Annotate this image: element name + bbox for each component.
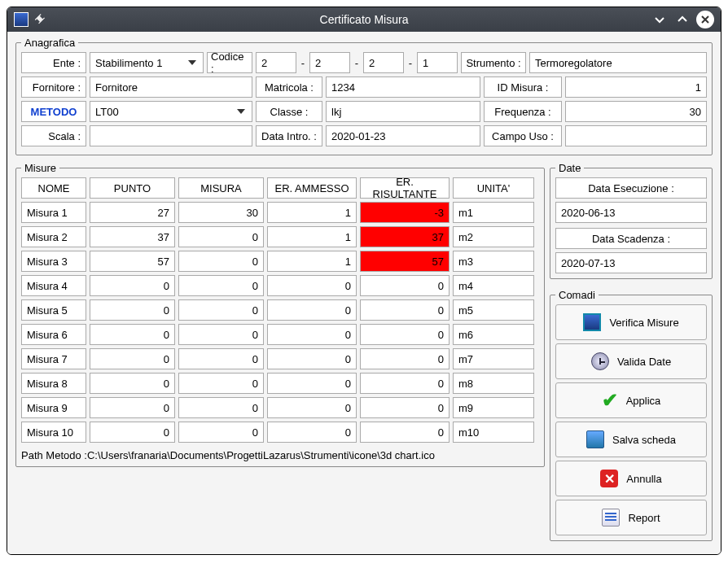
cell-unita[interactable]: m4 — [453, 275, 534, 296]
cancel-icon: ✕ — [600, 470, 618, 487]
cell-er-risultante[interactable]: 0 — [360, 275, 450, 296]
label-scala: Scala : — [21, 125, 86, 146]
cell-unita[interactable]: m2 — [453, 226, 534, 247]
cell-unita[interactable]: m10 — [453, 422, 534, 443]
salva-scheda-button[interactable]: Salva scheda — [555, 422, 707, 457]
cell-unita[interactable]: m5 — [453, 299, 534, 321]
cell-er-ammesso[interactable]: 0 — [267, 422, 357, 443]
cell-misura[interactable]: 0 — [178, 226, 264, 247]
cell-er-risultante[interactable]: 0 — [360, 422, 450, 443]
select-metodo[interactable]: LT00 — [90, 101, 252, 122]
cell-er-ammesso[interactable]: 1 — [267, 226, 357, 247]
table-row: Misura 40000m4 — [21, 275, 539, 296]
cell-unita[interactable]: m8 — [453, 373, 534, 394]
pin-icon[interactable] — [33, 14, 45, 25]
label-data-scadenza: Data Scadenza : — [555, 228, 707, 249]
select-ente[interactable]: Stabilimento 1 — [90, 52, 204, 73]
input-scala[interactable] — [90, 125, 252, 146]
cell-nome: Misura 10 — [21, 422, 86, 443]
cell-punto[interactable]: 0 — [90, 397, 175, 418]
codice-1[interactable]: 2 — [309, 52, 350, 73]
cell-nome: Misura 1 — [21, 202, 86, 223]
cell-misura[interactable]: 0 — [178, 422, 264, 443]
cell-er-ammesso[interactable]: 0 — [267, 299, 357, 321]
cell-unita[interactable]: m6 — [453, 324, 534, 345]
cell-misura[interactable]: 0 — [178, 348, 264, 369]
path-metodo: Path Metodo :C:\Users\franaria\Documents… — [21, 446, 539, 465]
cell-misura[interactable]: 0 — [178, 299, 264, 321]
cell-misura[interactable]: 0 — [178, 275, 264, 296]
cell-nome: Misura 3 — [21, 251, 86, 272]
codice-3[interactable]: 1 — [417, 52, 458, 73]
misure-group: Misure NOME PUNTO MISURA ER. AMMESSO ER.… — [15, 162, 545, 467]
report-button[interactable]: Report — [555, 500, 707, 535]
cell-misura[interactable]: 0 — [178, 397, 264, 418]
cell-er-ammesso[interactable]: 0 — [267, 275, 357, 296]
maximize-button[interactable] — [673, 11, 691, 28]
cell-er-risultante[interactable]: -3 — [360, 202, 450, 223]
input-data-scadenza[interactable]: 2020-07-13 — [555, 252, 707, 273]
titlebar: Certificato Misura — [7, 7, 721, 32]
chart-icon — [583, 313, 601, 331]
cell-punto[interactable]: 0 — [90, 324, 175, 345]
cell-misura[interactable]: 0 — [178, 324, 264, 345]
cell-unita[interactable]: m3 — [453, 251, 534, 272]
label-matricola: Matricola : — [256, 76, 322, 98]
cell-unita[interactable]: m1 — [453, 202, 534, 223]
codice-0[interactable]: 2 — [256, 52, 296, 73]
annulla-button[interactable]: ✕ Annulla — [555, 461, 707, 496]
input-campouso[interactable] — [565, 125, 707, 146]
input-matricola[interactable]: 1234 — [326, 76, 480, 98]
input-classe[interactable]: lkj — [326, 101, 480, 122]
header-punto: PUNTO — [90, 177, 175, 199]
cell-unita[interactable]: m9 — [453, 397, 534, 418]
cell-punto[interactable]: 0 — [90, 348, 175, 369]
cell-er-ammesso[interactable]: 0 — [267, 348, 357, 369]
cell-er-ammesso[interactable]: 0 — [267, 397, 357, 418]
minimize-button[interactable] — [651, 11, 669, 28]
cell-er-ammesso[interactable]: 0 — [267, 324, 357, 345]
cell-misura[interactable]: 30 — [178, 202, 264, 223]
cell-er-risultante[interactable]: 0 — [360, 373, 450, 394]
cell-er-ammesso[interactable]: 1 — [267, 202, 357, 223]
cell-punto[interactable]: 57 — [90, 251, 175, 272]
cell-er-risultante[interactable]: 0 — [360, 324, 450, 345]
input-dataintro[interactable]: 2020-01-23 — [326, 125, 480, 146]
cell-unita[interactable]: m7 — [453, 348, 534, 369]
cell-er-ammesso[interactable]: 0 — [267, 373, 357, 394]
table-row: Misura 3570157m3 — [21, 251, 539, 272]
label-metodo[interactable]: METODO — [21, 101, 86, 122]
input-strumento[interactable]: Termoregolatore — [529, 52, 707, 73]
input-data-esecuzione[interactable]: 2020-06-13 — [555, 202, 707, 223]
cell-punto[interactable]: 0 — [90, 373, 175, 394]
codice-2[interactable]: 2 — [363, 52, 404, 73]
label-ente: Ente : — [21, 52, 86, 73]
header-eramm: ER. AMMESSO — [267, 177, 357, 199]
input-fornitore[interactable]: Fornitore — [90, 76, 252, 98]
cell-punto[interactable]: 0 — [90, 299, 175, 321]
cell-er-risultante[interactable]: 57 — [360, 251, 450, 272]
label-fornitore: Fornitore : — [21, 76, 86, 98]
input-idmisura[interactable]: 1 — [565, 76, 707, 98]
table-row: Misura 80000m8 — [21, 373, 539, 394]
applica-button[interactable]: ✔ Applica — [555, 382, 707, 418]
cell-punto[interactable]: 0 — [90, 275, 175, 296]
table-row: Misura 70000m7 — [21, 348, 539, 369]
cell-punto[interactable]: 0 — [90, 422, 175, 443]
save-icon — [586, 430, 604, 448]
verifica-misure-button[interactable]: Verifica Misure — [555, 304, 707, 340]
valida-date-button[interactable]: Valida Date — [555, 343, 707, 379]
cell-er-ammesso[interactable]: 1 — [267, 251, 357, 272]
input-frequenza[interactable]: 30 — [565, 101, 707, 122]
cell-misura[interactable]: 0 — [178, 251, 264, 272]
cell-er-risultante[interactable]: 0 — [360, 299, 450, 321]
cell-punto[interactable]: 37 — [90, 226, 175, 247]
cell-er-risultante[interactable]: 0 — [360, 348, 450, 369]
date-legend: Date — [555, 162, 584, 174]
cell-misura[interactable]: 0 — [178, 373, 264, 394]
cell-er-risultante[interactable]: 0 — [360, 397, 450, 418]
cell-er-risultante[interactable]: 37 — [360, 226, 450, 247]
report-icon — [602, 509, 620, 526]
close-button[interactable] — [696, 11, 714, 28]
cell-punto[interactable]: 27 — [90, 202, 175, 223]
